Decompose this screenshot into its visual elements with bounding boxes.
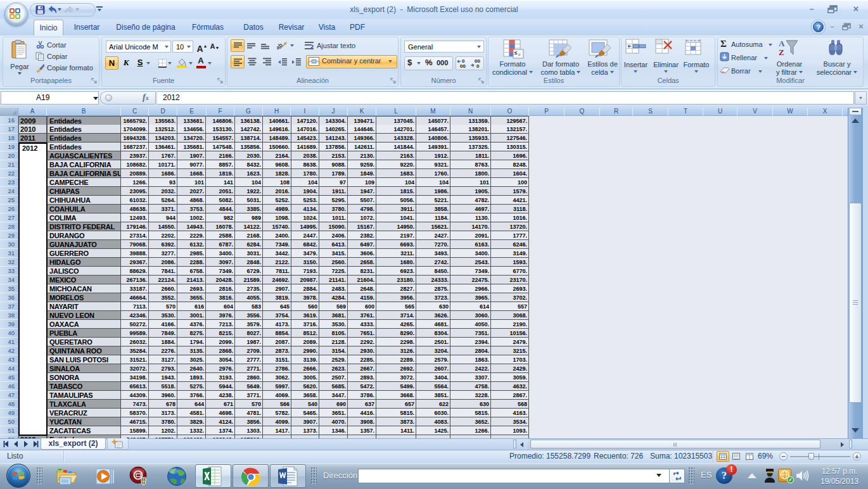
- svg-text:Z: Z: [779, 48, 784, 57]
- svg-text:A: A: [779, 39, 785, 48]
- svg-text:00: 00: [460, 63, 466, 69]
- svg-text:0: 0: [476, 63, 480, 69]
- svg-text:≤: ≤: [514, 50, 518, 56]
- svg-text:≠: ≠: [518, 53, 521, 57]
